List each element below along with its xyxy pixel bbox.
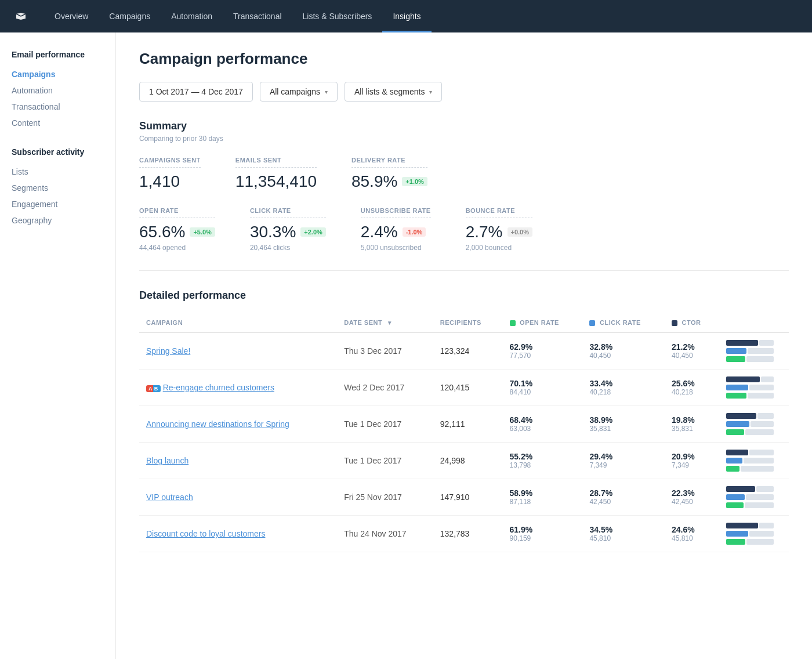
campaign-link[interactable]: Announcing new destinations for Spring xyxy=(146,419,289,429)
click-rate-cell: 32.8%40,450 xyxy=(582,332,665,370)
mini-bar-gray-2 xyxy=(746,494,774,500)
sidebar-item-automation[interactable]: Automation xyxy=(12,82,104,99)
page-title: Campaign performance xyxy=(139,50,789,68)
sidebar-item-lists[interactable]: Lists xyxy=(12,164,104,180)
mini-bars xyxy=(726,340,782,362)
date-cell: Thu 3 Dec 2017 xyxy=(337,332,433,370)
nav-item-campaigns[interactable]: Campaigns xyxy=(99,0,161,32)
mini-bar-gray-1 xyxy=(756,486,774,492)
open-rate-cell: 55.2%13,798 xyxy=(503,443,583,479)
metric-emails-sent-label: EMAILS SENT xyxy=(235,157,317,168)
metric-bounce-rate-sub: 2,000 bounced xyxy=(466,244,532,252)
mini-bar-dark xyxy=(726,486,755,492)
mini-bar-gray-1 xyxy=(761,376,774,382)
mini-bar-gray-1 xyxy=(757,413,774,419)
nav-items: Overview Campaigns Automation Transactio… xyxy=(44,0,432,32)
mini-bar-blue xyxy=(726,348,746,354)
metric-campaigns-sent-label: CAMPAIGNS SENT xyxy=(139,157,201,168)
mini-bar-gray-3 xyxy=(746,356,774,362)
th-date-sent[interactable]: DATE SENT ▼ xyxy=(337,313,433,332)
campaign-link[interactable]: Discount code to loyal customers xyxy=(146,529,265,538)
mini-bar-gray-3 xyxy=(746,539,774,545)
performance-table: CAMPAIGN DATE SENT ▼ RECIPIENTS OPEN RAT… xyxy=(139,313,789,552)
metrics-row1: CAMPAIGNS SENT 1,410 EMAILS SENT 11,354,… xyxy=(139,157,789,191)
mini-bar-gray-2 xyxy=(744,458,774,464)
metric-open-rate-sub: 44,464 opened xyxy=(139,244,215,252)
mini-bar-blue-row xyxy=(726,421,782,427)
click-rate-cell: 38.9%35,831 xyxy=(582,406,665,443)
mini-bar-dark-row xyxy=(726,413,782,419)
metric-unsubscribe-rate-label: UNSUBSCRIBE RATE xyxy=(361,207,431,218)
sidebar-item-campaigns[interactable]: Campaigns xyxy=(12,66,104,82)
campaign-link[interactable]: VIP outreach xyxy=(146,493,193,502)
metrics-row2: OPEN RATE 65.6% +5.0% 44,464 opened CLIC… xyxy=(139,207,789,252)
mini-bar-green xyxy=(726,393,746,399)
click-rate-color-icon xyxy=(589,320,595,326)
th-click-rate: CLICK RATE xyxy=(582,313,665,332)
mini-bar-green-row xyxy=(726,356,782,362)
metric-unsubscribe-rate: UNSUBSCRIBE RATE 2.4% -1.0% 5,000 unsubs… xyxy=(361,207,431,252)
metric-emails-sent: EMAILS SENT 11,354,410 xyxy=(235,157,317,191)
nav-item-overview[interactable]: Overview xyxy=(44,0,99,32)
th-campaign: CAMPAIGN xyxy=(139,313,337,332)
divider xyxy=(139,270,789,271)
campaigns-filter-chevron: ▾ xyxy=(325,89,328,95)
mini-bar-dark xyxy=(726,413,756,419)
bars-cell xyxy=(719,406,789,443)
sidebar-item-engagement[interactable]: Engagement xyxy=(12,196,104,212)
date-range-filter[interactable]: 1 Oct 2017 — 4 Dec 2017 xyxy=(139,82,253,102)
sidebar-item-transactional[interactable]: Transactional xyxy=(12,99,104,115)
nav-item-insights[interactable]: Insights xyxy=(382,0,431,32)
metric-delivery-rate: DELIVERY RATE 85.9% +1.0% xyxy=(351,157,427,191)
campaigns-filter[interactable]: All campaigns ▾ xyxy=(260,82,338,102)
open-rate-cell: 58.9%87,118 xyxy=(503,479,583,516)
metric-click-rate-value: 30.3% +2.0% xyxy=(250,223,326,241)
click-rate-cell: 33.4%40,218 xyxy=(582,370,665,406)
campaign-link[interactable]: Blog launch xyxy=(146,456,188,465)
lists-filter[interactable]: All lists & segments ▾ xyxy=(345,82,442,102)
metric-click-rate: CLICK RATE 30.3% +2.0% 20,464 clicks xyxy=(250,207,326,252)
click-rate-cell: 28.7%42,450 xyxy=(582,479,665,516)
mini-bar-blue-row xyxy=(726,531,782,537)
recipients-cell: 132,783 xyxy=(433,516,503,552)
mini-bar-gray-3 xyxy=(748,393,774,399)
campaign-link[interactable]: Re-engage churned customers xyxy=(163,383,274,392)
open-rate-color-icon xyxy=(510,320,516,326)
metric-emails-sent-value: 11,354,410 xyxy=(235,172,317,191)
bars-cell xyxy=(719,516,789,552)
click-rate-cell: 29.4%7,349 xyxy=(582,443,665,479)
mini-bar-green-row xyxy=(726,466,782,472)
open-rate-cell: 68.4%63,003 xyxy=(503,406,583,443)
mini-bar-green xyxy=(726,539,745,545)
nav-item-automation[interactable]: Automation xyxy=(161,0,223,32)
metric-open-rate-label: OPEN RATE xyxy=(139,207,215,218)
recipients-cell: 92,111 xyxy=(433,406,503,443)
ctor-cell: 22.3%42,450 xyxy=(665,479,719,516)
mini-bar-green xyxy=(726,429,744,435)
mini-bar-gray-1 xyxy=(759,523,774,528)
metric-click-rate-label: CLICK RATE xyxy=(250,207,326,218)
mini-bar-green xyxy=(726,466,740,472)
sidebar-item-content[interactable]: Content xyxy=(12,115,104,131)
nav-item-lists[interactable]: Lists & Subscribers xyxy=(292,0,383,32)
metric-delivery-rate-value: 85.9% +1.0% xyxy=(351,172,427,191)
recipients-cell: 24,998 xyxy=(433,443,503,479)
main-layout: Email performance Campaigns Automation T… xyxy=(0,32,812,659)
table-row: VIP outreachFri 25 Nov 2017147,91058.9%8… xyxy=(139,479,789,516)
mini-bar-green-row xyxy=(726,393,782,399)
metric-click-rate-sub: 20,464 clicks xyxy=(250,244,326,252)
mini-bar-dark xyxy=(726,340,758,346)
metric-bounce-rate-label: BOUNCE RATE xyxy=(466,207,532,218)
mini-bar-dark xyxy=(726,450,748,455)
sidebar-item-geography[interactable]: Geography xyxy=(12,212,104,229)
nav-item-transactional[interactable]: Transactional xyxy=(223,0,292,32)
sidebar-item-segments[interactable]: Segments xyxy=(12,180,104,196)
recipients-cell: 120,415 xyxy=(433,370,503,406)
main-content: Campaign performance 1 Oct 2017 — 4 Dec … xyxy=(116,32,812,659)
th-open-rate: OPEN RATE xyxy=(503,313,583,332)
open-rate-badge: +5.0% xyxy=(190,227,215,237)
mini-bar-dark-row xyxy=(726,450,782,455)
campaign-link[interactable]: Spring Sale! xyxy=(146,346,190,356)
mini-bar-blue-row xyxy=(726,458,782,464)
mini-bar-dark-row xyxy=(726,523,782,528)
